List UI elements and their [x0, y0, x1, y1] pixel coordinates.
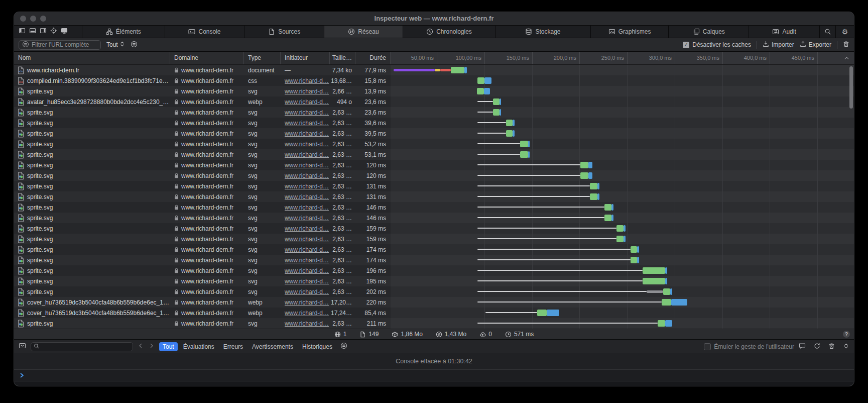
column-header-size[interactable]: Taille…	[330, 52, 355, 64]
network-request-row[interactable]: sprite.svgwww.richard-dern.frsvgwww.rich…	[14, 107, 854, 118]
export-button[interactable]: Exporter	[800, 41, 831, 49]
initiator-link[interactable]: www.richard-d…	[285, 172, 329, 179]
console-sidebar-toggle[interactable]	[19, 342, 26, 351]
network-request-row[interactable]: csscompiled.min.38390909f303624ed9e1cf1b…	[14, 75, 854, 86]
initiator-link[interactable]: www.richard-d…	[285, 88, 329, 95]
tab-storage[interactable]: Stockage	[495, 26, 590, 38]
network-request-row[interactable]: sprite.svgwww.richard-dern.frsvgwww.rich…	[14, 286, 854, 297]
initiator-link[interactable]: www.richard-d…	[285, 310, 329, 317]
initiator-link[interactable]: www.richard-d…	[285, 278, 329, 285]
initiator-link[interactable]: www.richard-d…	[285, 183, 329, 190]
console-prompt[interactable]	[14, 370, 854, 381]
network-request-row[interactable]: sprite.svgwww.richard-dern.frsvgwww.rich…	[14, 318, 854, 329]
settings-gear-button[interactable]: ⚙	[835, 26, 854, 38]
import-button[interactable]: Importer	[763, 41, 794, 49]
network-request-row[interactable]: sprite.svgwww.richard-dern.frsvgwww.rich…	[14, 128, 854, 139]
initiator-link[interactable]: www.richard-d…	[285, 215, 329, 222]
network-request-row[interactable]: sprite.svgwww.richard-dern.frsvgwww.rich…	[14, 244, 854, 255]
network-request-row[interactable]: sprite.svgwww.richard-dern.frsvgwww.rich…	[14, 202, 854, 213]
clear-network-items-button[interactable]	[843, 41, 849, 49]
network-request-row[interactable]: cover_hu736519dc3b5040cfa48b6b559b6de6ec…	[14, 308, 854, 318]
network-request-row[interactable]: sprite.svgwww.richard-dern.frsvgwww.rich…	[14, 213, 854, 223]
initiator-link[interactable]: www.richard-d…	[285, 130, 329, 137]
waterfall-wait-line	[477, 122, 506, 123]
network-request-row[interactable]: sprite.svgwww.richard-dern.frsvgwww.rich…	[14, 223, 854, 234]
column-header-name[interactable]: Nom	[14, 52, 170, 64]
tab-elements[interactable]: Éléments	[82, 26, 165, 38]
initiator-link[interactable]: www.richard-d…	[285, 162, 329, 169]
console-messages-icon[interactable]	[799, 343, 806, 351]
dock-left-button[interactable]	[19, 27, 26, 36]
network-request-row[interactable]: <>www.richard-dern.frwww.richard-dern.fr…	[14, 65, 854, 75]
network-request-row[interactable]: sprite.svgwww.richard-dern.frsvgwww.rich…	[14, 191, 854, 202]
dock-right-button[interactable]	[40, 27, 47, 36]
initiator-link[interactable]: www.richard-d…	[285, 77, 329, 84]
console-scope-item[interactable]: Évaluations	[180, 342, 218, 351]
network-request-row[interactable]: sprite.svgwww.richard-dern.frsvgwww.rich…	[14, 170, 854, 181]
back-button[interactable]	[138, 343, 144, 350]
initiator-link[interactable]: www.richard-d…	[285, 225, 329, 232]
network-request-row[interactable]: sprite.svgwww.richard-dern.frsvgwww.rich…	[14, 255, 854, 265]
initiator-link[interactable]: www.richard-d…	[285, 193, 329, 200]
console-search-input[interactable]	[31, 342, 133, 351]
column-header-duration[interactable]: Durée	[355, 52, 391, 64]
initiator-link[interactable]: www.richard-d…	[285, 288, 329, 295]
dock-bottom-button[interactable]	[29, 27, 36, 36]
tab-layers[interactable]: Calques	[668, 26, 749, 38]
network-request-row[interactable]: avatar_hu85ecc3e298728880b0bde2dcc4e5c23…	[14, 96, 854, 107]
network-request-row[interactable]: sprite.svgwww.richard-dern.frsvgwww.rich…	[14, 265, 854, 276]
file-img-icon	[18, 140, 24, 148]
expand-console-button[interactable]	[843, 343, 849, 351]
other-filters-icon[interactable]	[131, 41, 138, 49]
initiator-link[interactable]: www.richard-d…	[285, 267, 329, 274]
network-request-row[interactable]: sprite.svgwww.richard-dern.frsvgwww.rich…	[14, 160, 854, 170]
initiator-link[interactable]: www.richard-d…	[285, 246, 329, 253]
column-header-type[interactable]: Type	[244, 52, 281, 64]
initiator-link[interactable]: www.richard-d…	[285, 98, 329, 106]
console-scope-item[interactable]: Historiques	[299, 342, 336, 351]
help-button[interactable]: ?	[843, 331, 850, 338]
initiator-link[interactable]: www.richard-d…	[285, 320, 329, 327]
tab-audit[interactable]: Audit	[749, 26, 819, 38]
tab-timelines[interactable]: Chronologies	[403, 26, 495, 38]
initiator-link[interactable]: www.richard-d…	[285, 299, 329, 306]
network-request-row[interactable]: sprite.svgwww.richard-dern.frsvgwww.rich…	[14, 118, 854, 128]
reload-icon[interactable]	[814, 343, 820, 351]
network-request-row[interactable]: sprite.svgwww.richard-dern.frsvgwww.rich…	[14, 149, 854, 160]
tab-console[interactable]: Console	[165, 26, 244, 38]
disable-caches-checkbox[interactable]: ✓ Désactiver les caches	[683, 41, 751, 48]
search-button[interactable]	[819, 26, 835, 38]
network-request-row[interactable]: cover_hu736519dc3b5040cfa48b6b559b6de6ec…	[14, 297, 854, 308]
initiator-link[interactable]: www.richard-d…	[285, 141, 329, 148]
console-scope-active[interactable]: Tout	[159, 342, 178, 351]
network-request-row[interactable]: sprite.svgwww.richard-dern.frsvgwww.rich…	[14, 181, 854, 191]
initiator-link[interactable]: www.richard-d…	[285, 236, 329, 243]
initiator-link[interactable]: www.richard-d…	[285, 151, 329, 158]
initiator-link[interactable]: www.richard-d…	[285, 204, 329, 211]
forward-button[interactable]	[149, 343, 155, 350]
console-scope-item[interactable]: Avertissements	[249, 342, 297, 351]
initiator-link[interactable]: www.richard-d…	[285, 120, 329, 127]
initiator-link[interactable]: www.richard-d…	[285, 109, 329, 116]
collapse-timeline-button[interactable]	[843, 55, 850, 63]
element-picker-button[interactable]	[50, 27, 57, 36]
tab-sources[interactable]: Sources	[244, 26, 324, 38]
emulate-user-gesture-checkbox[interactable]: Émuler le geste de l'utilisateur	[704, 343, 794, 350]
column-header-domain[interactable]: Domaine	[170, 52, 244, 64]
resource-type-select[interactable]: Tout	[106, 41, 125, 49]
network-request-row[interactable]: sprite.svgwww.richard-dern.frsvgwww.rich…	[14, 234, 854, 244]
network-request-row[interactable]: sprite.svgwww.richard-dern.frsvgwww.rich…	[14, 86, 854, 96]
initiator-link[interactable]: www.richard-d…	[285, 257, 329, 264]
network-request-row[interactable]: sprite.svgwww.richard-dern.frsvgwww.rich…	[14, 139, 854, 149]
clear-console-button[interactable]	[828, 343, 835, 351]
console-scope-item[interactable]: Erreurs	[220, 342, 246, 351]
device-button[interactable]	[61, 27, 68, 36]
url-filter-input[interactable]: Filtrer l'URL complète	[19, 40, 101, 50]
console-filters-icon[interactable]	[340, 342, 347, 351]
column-header-initiator[interactable]: Initiateur	[281, 52, 330, 64]
tab-network[interactable]: Réseau	[324, 26, 403, 38]
tab-graphics[interactable]: Graphismes	[590, 26, 669, 38]
waterfall-wait-line	[485, 312, 537, 313]
vertical-scrollbar-thumb[interactable]	[849, 66, 853, 109]
network-request-row[interactable]: sprite.svgwww.richard-dern.frsvgwww.rich…	[14, 276, 854, 286]
